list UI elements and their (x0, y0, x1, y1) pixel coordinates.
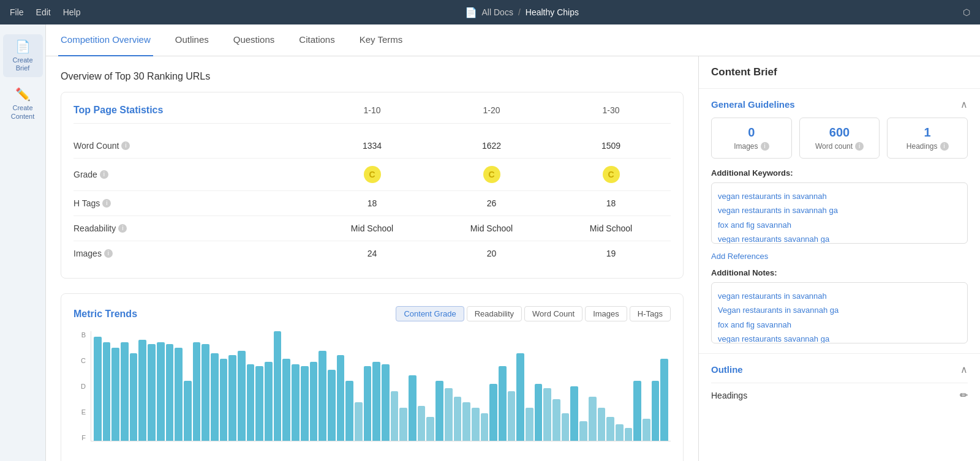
guidelines-header: General Guidelines ∧ (711, 99, 968, 110)
chart-bar (345, 381, 353, 441)
headings-card-info-icon[interactable]: i (940, 142, 949, 151)
chart-bar (598, 408, 606, 441)
trends-tab-word-count[interactable]: Word Count (524, 306, 582, 321)
chart-bar (364, 366, 372, 441)
chart-bar (660, 359, 668, 441)
chart-bar (643, 419, 650, 441)
chart-bar (409, 375, 417, 441)
guidelines-chevron[interactable]: ∧ (960, 99, 968, 110)
outline-chevron[interactable]: ∧ (960, 364, 968, 375)
chart-bar (265, 362, 273, 441)
chart-bar (337, 355, 345, 441)
chart-bar (103, 342, 111, 441)
readability-val-3: Mid School (551, 223, 671, 233)
word-count-val-1: 1334 (312, 141, 432, 151)
chart-bar (202, 344, 209, 441)
trends-tab-htags[interactable]: H-Tags (630, 306, 671, 321)
additional-keywords-label: Additional Keywords: (711, 168, 968, 178)
trends-tab-readability[interactable]: Readability (467, 306, 522, 321)
grade-badge-1: C (364, 166, 381, 183)
chart-bar (255, 366, 263, 441)
chart-bar (625, 428, 633, 441)
right-panel-header: Content Brief (699, 56, 980, 89)
chart-bar (157, 342, 165, 441)
tab-questions[interactable]: Questions (231, 24, 277, 56)
tab-key-terms[interactable]: Key Terms (357, 24, 405, 56)
chart-bar (211, 353, 219, 441)
y-label-b: B (74, 331, 88, 339)
chart-bar (274, 331, 282, 441)
chart-bar (130, 353, 138, 441)
trends-box: Metric Trends Content Grade Readability … (61, 293, 684, 461)
htags-label: H Tags (74, 198, 100, 208)
keyword-2: vegan restaurants in savannah ga (718, 203, 961, 217)
chart-bar (328, 370, 336, 441)
images-card-info-icon[interactable]: i (761, 142, 769, 151)
chart-bar (616, 424, 624, 441)
images-val-3: 19 (551, 249, 671, 258)
images-info-icon[interactable]: i (104, 249, 113, 258)
headings-value: 1 (895, 126, 960, 140)
y-label-f: F (74, 434, 88, 441)
stats-col-1: 1-10 (312, 105, 432, 115)
chart-bar (94, 337, 102, 441)
chart-bar (445, 388, 453, 441)
chart-bar (292, 364, 300, 441)
menu-help[interactable]: Help (63, 7, 81, 17)
keyword-3: fox and fig savannah (718, 218, 961, 232)
grade-val-3: C (551, 166, 671, 183)
htags-info-icon[interactable]: i (102, 199, 111, 208)
chart-bar (508, 391, 516, 441)
chart-bar (318, 351, 326, 441)
topbar: File Edit Help 📄 All Docs / Healthy Chip… (0, 0, 980, 24)
sidebar-item-create-content[interactable]: ✏️ Create Content (3, 82, 43, 125)
chart-bar (228, 355, 236, 441)
chart-bar (462, 402, 470, 441)
chart-bar (372, 362, 380, 441)
trends-tab-content-grade[interactable]: Content Grade (396, 306, 464, 321)
guidelines-cards: 0 Images i 600 Word count i (711, 118, 968, 159)
notes-box[interactable]: vegan restaurants in savannah Vegan rest… (711, 282, 968, 343)
headings-edit-icon[interactable]: ✏ (960, 389, 968, 401)
readability-info-icon[interactable]: i (118, 224, 127, 233)
all-docs-link[interactable]: All Docs (482, 7, 513, 17)
content-brief-title: Content Brief (711, 66, 968, 78)
right-panel: Content Brief General Guidelines ∧ 0 Ima… (698, 56, 980, 461)
chart-bar (148, 344, 156, 441)
sidebar-label-create-brief: Create Brief (8, 56, 38, 72)
tab-competition-overview[interactable]: Competition Overview (58, 24, 153, 56)
sidebar-item-create-brief[interactable]: 📄 Create Brief (3, 34, 43, 77)
table-row: Images i 24 20 19 (74, 241, 671, 266)
y-label-e: E (74, 408, 88, 416)
chart-bar (426, 417, 434, 441)
tab-outlines[interactable]: Outlines (173, 24, 211, 56)
menu-edit[interactable]: Edit (36, 7, 51, 17)
add-references-link[interactable]: Add References (711, 252, 768, 261)
grade-badge-2: C (483, 166, 500, 183)
grade-info-icon[interactable]: i (100, 170, 108, 179)
chart-bar (489, 384, 497, 441)
grade-badge-3: C (603, 166, 620, 183)
chart-bar (310, 362, 318, 441)
readability-val-2: Mid School (432, 223, 551, 233)
tab-citations[interactable]: Citations (296, 24, 337, 56)
images-card-label: Images i (719, 142, 784, 151)
layout: 📄 Create Brief ✏️ Create Content Competi… (0, 24, 980, 461)
trends-header: Metric Trends Content Grade Readability … (74, 306, 671, 321)
readability-val-1: Mid School (312, 223, 432, 233)
stats-title: Top Page Statistics (74, 105, 312, 116)
grade-label: Grade (74, 170, 97, 179)
chart-bar (301, 366, 309, 441)
chart-bar (111, 348, 119, 441)
outline-title: Outline (711, 364, 743, 375)
word-count-card-info-icon[interactable]: i (855, 142, 864, 151)
word-count-value: 600 (807, 126, 872, 140)
chart-bars-area (91, 331, 671, 441)
guideline-card-word-count: 600 Word count i (799, 118, 880, 159)
trends-tab-images[interactable]: Images (585, 306, 627, 321)
keywords-box[interactable]: vegan restaurants in savannah vegan rest… (711, 182, 968, 244)
word-count-info-icon[interactable]: i (121, 141, 130, 150)
share-icon[interactable]: ⬡ (963, 7, 970, 17)
menu-file[interactable]: File (10, 7, 24, 17)
create-brief-icon: 📄 (15, 39, 31, 54)
